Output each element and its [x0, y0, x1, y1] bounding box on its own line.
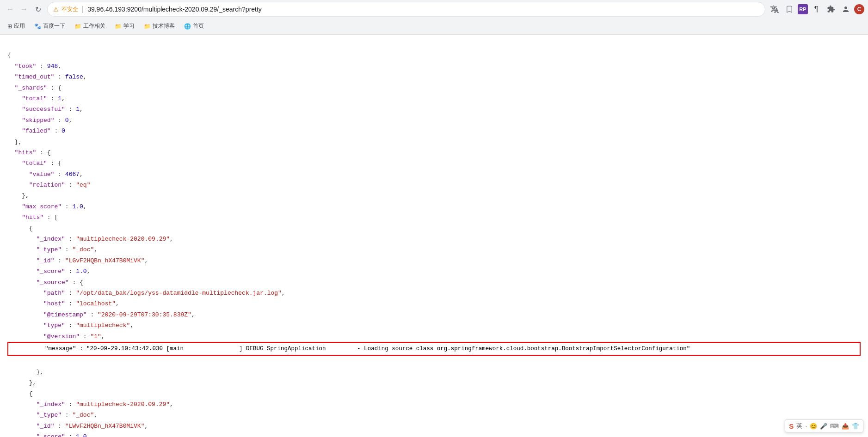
line-23: "path" : "/opt/data_bak/logs/yss-datamid… [7, 290, 285, 297]
forward-button[interactable]: → [18, 3, 31, 16]
apps-icon: ⊞ [7, 23, 12, 30]
line-9: }, [7, 139, 22, 146]
line-34: "_id" : "LWvF2HQBn_hX47B0MiVK", [7, 423, 148, 430]
sogou-emoji[interactable]: 😊 [810, 423, 817, 430]
extension-rp[interactable]: RP [798, 4, 808, 14]
back-button[interactable]: ← [4, 3, 17, 16]
address-bar-container: ⚠ 不安全 | [47, 2, 765, 17]
insecure-label: 不安全 [62, 6, 78, 13]
profile-button[interactable] [839, 3, 852, 16]
translate-button[interactable] [768, 3, 781, 16]
sogou-dot: · [805, 423, 807, 430]
browser-toolbar: ← → ↻ ⚠ 不安全 | RP ¶ C [0, 0, 868, 18]
insecure-icon: ⚠ [53, 6, 59, 13]
baidu-icon: 🐾 [34, 23, 41, 30]
line-12: "value" : 4667, [7, 171, 83, 178]
line-26: "type" : "multiplecheck", [7, 322, 134, 329]
line-17: { [7, 225, 33, 232]
line-19: "_type" : "_doc", [7, 246, 98, 253]
browser-chrome: ← → ↻ ⚠ 不安全 | RP ¶ C [0, 0, 868, 35]
sogou-skin[interactable]: 👕 [852, 423, 859, 430]
baidu-label: 百度一下 [43, 22, 65, 30]
line-20: "_id" : "LGvF2HQBn_hX47B0MiVK", [7, 257, 148, 264]
bookmark-blog[interactable]: 📁 技术博客 [140, 21, 179, 31]
line-24: "host" : "localhost", [7, 300, 119, 307]
line-7: "skipped" : 0, [7, 117, 72, 124]
line-8: "failed" : 0 [7, 127, 65, 134]
line-22: "_source" : { [7, 279, 83, 286]
line-15: "max_score" : 1.0, [7, 203, 87, 210]
nav-buttons: ← → ↻ [4, 3, 44, 16]
toolbar-icons: RP ¶ C [768, 3, 864, 16]
json-content: { "took" : 948, "timed_out" : false, "_s… [0, 35, 868, 437]
blog-icon: 📁 [144, 23, 151, 30]
study-icon: 📁 [115, 23, 122, 30]
sogou-upload[interactable]: 📤 [842, 423, 849, 430]
line-6: "successful" : 1, [7, 106, 83, 113]
bookmark-work[interactable]: 📁 工作相关 [71, 21, 109, 31]
bookmark-button[interactable] [783, 3, 796, 16]
extension-para[interactable]: ¶ [810, 3, 823, 16]
line-11: "total" : { [7, 160, 62, 167]
line-10: "hits" : { [7, 149, 51, 156]
address-input[interactable] [87, 6, 759, 13]
line-35: "_score" : 1.0, [7, 433, 90, 437]
home-icon: 🌐 [184, 23, 191, 30]
extensions-button[interactable] [825, 3, 837, 16]
line-13: "relation" : "eq" [7, 182, 90, 188]
line-2: "took" : 948, [7, 63, 62, 70]
bookmark-home[interactable]: 🌐 首页 [180, 21, 208, 31]
reload-button[interactable]: ↻ [31, 3, 44, 16]
sogou-logo: S [789, 422, 794, 430]
line-27: "@version" : "1", [7, 333, 105, 340]
blog-label: 技术博客 [153, 22, 175, 30]
line-31: { [7, 390, 33, 397]
sogou-lang[interactable]: 英 [796, 422, 802, 430]
extension-red-icon[interactable]: C [854, 4, 864, 14]
apps-label: 应用 [14, 22, 25, 30]
highlighted-message-line: "message" : "20-09-29.10:43:42.030 [main… [7, 342, 861, 356]
sogou-voice[interactable]: 🎤 [820, 423, 827, 430]
line-29: }, [7, 369, 43, 376]
line-32: "_index" : "multiplecheck-2020.09.29", [7, 401, 173, 408]
line-4: "_shards" : { [7, 85, 62, 91]
sogou-keyboard[interactable]: ⌨ [830, 423, 839, 430]
line-14: }, [7, 192, 29, 199]
line-21: "_score" : 1.0, [7, 268, 90, 275]
line-5: "total" : 1, [7, 95, 65, 102]
line-30: }, [7, 379, 36, 386]
separator: | [82, 5, 84, 13]
sogou-bar: S 英 · 😊 🎤 ⌨ 📤 👕 [785, 419, 863, 432]
line-3: "timed_out" : false, [7, 73, 87, 80]
line-25: "@timestamp" : "2020-09-29T07:30:35.839Z… [7, 311, 195, 318]
bookmarks-bar: ⊞ 应用 🐾 百度一下 📁 工作相关 📁 学习 📁 技术博客 🌐 首页 [0, 18, 868, 34]
bookmark-apps[interactable]: ⊞ 应用 [4, 21, 29, 31]
line-33: "_type" : "_doc", [7, 412, 98, 419]
home-label: 首页 [193, 22, 204, 30]
bookmark-baidu[interactable]: 🐾 百度一下 [31, 21, 69, 31]
work-label: 工作相关 [83, 22, 105, 30]
line-1: { [7, 52, 11, 59]
work-icon: 📁 [74, 23, 81, 30]
line-16: "hits" : [ [7, 214, 58, 221]
line-18: "_index" : "multiplecheck-2020.09.29", [7, 236, 173, 243]
bookmark-study[interactable]: 📁 学习 [111, 21, 138, 31]
study-label: 学习 [123, 22, 135, 30]
